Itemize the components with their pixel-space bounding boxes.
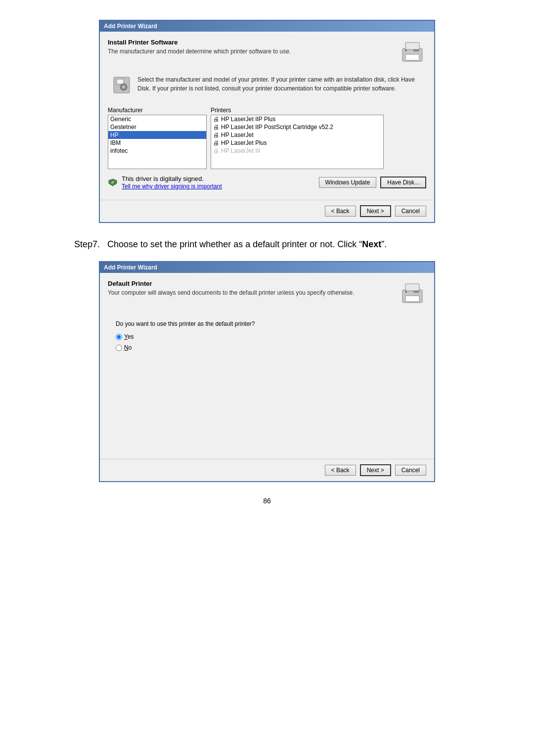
printer-name-3: HP LaserJet <box>221 132 254 138</box>
wizard-header-2: Default Printer Your computer will alway… <box>108 280 426 308</box>
printer-item-2[interactable]: 🖨 HP LaserJet IIP PostScript Cartridge v… <box>211 123 383 131</box>
printer-icon-small-1: 🖨 <box>213 116 219 123</box>
no-underline: N <box>124 344 129 351</box>
list-item-ibm[interactable]: IBM <box>108 139 206 147</box>
radio-no-label[interactable]: No <box>124 344 132 351</box>
wizard-body-1: Install Printer Software The manufacture… <box>100 32 434 200</box>
svg-rect-12 <box>405 284 419 291</box>
printer-icon-small-5: 🖨 <box>213 147 219 154</box>
wizard-footer-2: < Back Next > Cancel <box>100 459 434 481</box>
wizard-header-title-1: Install Printer Software <box>108 39 394 46</box>
step7-prefix: Step7. Choose to set the print whether a… <box>74 239 362 249</box>
printer-item-1[interactable]: 🖨 HP LaserJet IIP Plus <box>211 115 383 123</box>
wizard-default-printer: Add Printer Wizard Default Printer Your … <box>99 261 435 482</box>
svg-point-8 <box>122 86 125 89</box>
svg-rect-13 <box>405 296 419 302</box>
wizard-titlebar-1: Add Printer Wizard <box>100 21 434 32</box>
list-item-gestetner[interactable]: Gestetner <box>108 123 206 131</box>
svg-rect-2 <box>405 54 419 60</box>
printer-item-5[interactable]: 🖨 HP LaserJet III <box>211 147 383 155</box>
printer-name-1: HP LaserJet IIP Plus <box>221 116 275 123</box>
wizard-header-subtitle-1: The manufacturer and model determine whi… <box>108 48 394 55</box>
printer-svg-1 <box>399 39 426 66</box>
wizard-footer-1: < Back Next > Cancel <box>100 200 434 222</box>
info-icon-1 <box>112 75 132 95</box>
wizard-titlebar-2: Add Printer Wizard <box>100 262 434 273</box>
printer-name-4: HP LaserJet Plus <box>221 139 267 146</box>
printer-svg-2 <box>399 280 426 308</box>
printer-icon-small-3: 🖨 <box>213 132 219 138</box>
printer-icon-small-4: 🖨 <box>213 139 219 146</box>
wizard-title-2: Add Printer Wizard <box>104 264 157 271</box>
wizard-install-printer: Add Printer Wizard Install Printer Softw… <box>99 20 435 223</box>
driver-signed-area: This driver is digitally signed. Tell me… <box>122 175 315 190</box>
step7-text: Step7. Choose to set the print whether a… <box>74 238 460 251</box>
printer-icon-small-2: 🖨 <box>213 124 219 131</box>
shield-icon: ✓ <box>108 178 118 186</box>
page-number: 86 <box>74 497 460 505</box>
have-disk-button[interactable]: Have Disk... <box>380 177 426 188</box>
default-printer-section: Do you want to use this printer as the d… <box>108 312 426 363</box>
printer-icon-2 <box>399 280 426 308</box>
driver-section: ✓ This driver is digitally signed. Tell … <box>108 175 426 190</box>
printer-icon-1 <box>399 39 426 66</box>
manufacturer-label: Manufacturer <box>108 107 207 114</box>
driver-link[interactable]: Tell me why driver signing is important <box>122 183 222 190</box>
svg-rect-6 <box>117 79 124 84</box>
printer-item-4[interactable]: 🖨 HP LaserJet Plus <box>211 139 383 147</box>
radio-yes-option[interactable]: Yes <box>116 333 418 340</box>
radio-yes[interactable] <box>116 334 122 340</box>
back-button-1[interactable]: < Back <box>325 206 356 217</box>
wizard-header-text-1: Install Printer Software The manufacture… <box>108 39 394 55</box>
info-text-1: Select the manufacturer and model of you… <box>137 75 422 93</box>
driver-signed-icon: ✓ <box>108 178 118 186</box>
cancel-button-2[interactable]: Cancel <box>395 465 426 476</box>
printer-item-3[interactable]: 🖨 HP LaserJet <box>211 131 383 139</box>
svg-text:✓: ✓ <box>111 180 115 185</box>
back-button-2[interactable]: < Back <box>325 465 356 476</box>
list-item-generic[interactable]: Generic <box>108 115 206 123</box>
next-button-2[interactable]: Next > <box>360 464 391 476</box>
manufacturer-container: Manufacturer Generic Gestetner HP IBM in… <box>108 107 207 169</box>
yes-text: es <box>128 333 134 340</box>
printers-list[interactable]: 🖨 HP LaserJet IIP Plus 🖨 HP LaserJet IIP… <box>211 115 384 169</box>
radio-yes-label[interactable]: Yes <box>124 333 134 340</box>
no-text: o <box>129 344 132 351</box>
cancel-button-1[interactable]: Cancel <box>395 206 426 217</box>
manufacturer-list[interactable]: Generic Gestetner HP IBM infotec <box>108 115 207 169</box>
windows-update-button[interactable]: Windows Update <box>319 177 377 188</box>
printers-label: Printers <box>211 107 384 114</box>
radio-no-option[interactable]: No <box>116 344 418 351</box>
svg-point-15 <box>405 291 407 293</box>
list-section-1: Manufacturer Generic Gestetner HP IBM in… <box>108 107 426 169</box>
spacer-2 <box>108 363 426 452</box>
disk-icon <box>112 75 132 95</box>
printers-container: Printers 🖨 HP LaserJet IIP Plus 🖨 HP Las… <box>211 107 384 169</box>
radio-no[interactable] <box>116 345 122 351</box>
step7-suffix: ”. <box>381 239 387 249</box>
wizard-body-2: Default Printer Your computer will alway… <box>100 273 434 459</box>
printer-name-5: HP LaserJet III <box>221 147 260 154</box>
svg-rect-3 <box>413 49 419 51</box>
question-text: Do you want to use this printer as the d… <box>116 320 418 327</box>
info-section-1: Select the manufacturer and model of you… <box>108 71 426 99</box>
driver-signed-text: This driver is digitally signed. <box>122 175 315 182</box>
step7-bold: Next <box>362 239 381 249</box>
svg-rect-14 <box>413 291 419 293</box>
wizard-header-text-2: Default Printer Your computer will alway… <box>108 280 394 296</box>
printer-name-2: HP LaserJet IIP PostScript Cartridge v52… <box>221 124 333 131</box>
wizard-title-1: Add Printer Wizard <box>104 23 157 30</box>
wizard-header-title-2: Default Printer <box>108 280 394 287</box>
wizard-header-1: Install Printer Software The manufacture… <box>108 39 426 66</box>
list-item-hp[interactable]: HP <box>108 131 206 139</box>
yes-underline: Y <box>124 333 128 340</box>
list-item-infotec[interactable]: infotec <box>108 147 206 155</box>
svg-point-4 <box>405 49 407 51</box>
wizard-header-subtitle-2: Your computer will always send documents… <box>108 289 394 296</box>
next-button-1[interactable]: Next > <box>360 205 391 217</box>
svg-rect-1 <box>405 43 419 49</box>
